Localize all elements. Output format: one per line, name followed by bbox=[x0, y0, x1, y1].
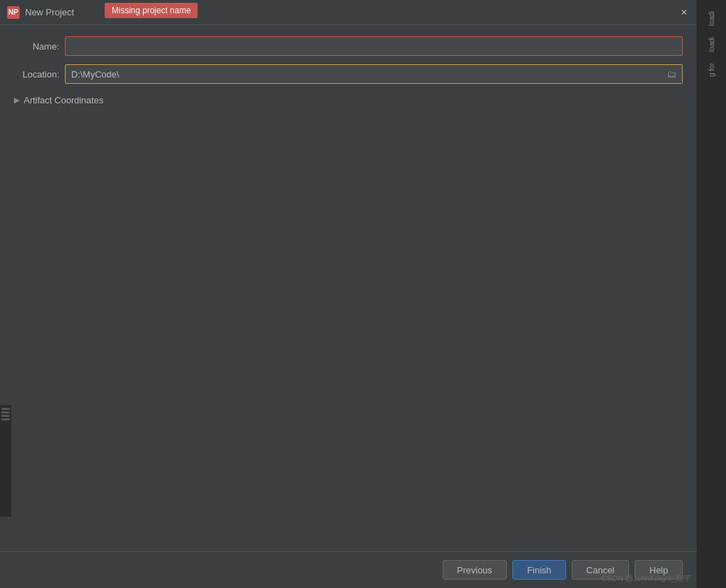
location-label: Location: bbox=[14, 69, 59, 80]
right-panel-item-2: loadi bbox=[706, 33, 717, 56]
artifact-label: Artifact Coordinates bbox=[24, 95, 103, 105]
previous-button[interactable]: Previous bbox=[443, 560, 508, 580]
name-input[interactable] bbox=[65, 36, 683, 56]
title-bar: NP New Project Missing project name × bbox=[0, 0, 697, 25]
artifact-coordinates-row[interactable]: ▶ Artifact Coordinates bbox=[14, 92, 683, 105]
browse-folder-button[interactable]: 🗂 bbox=[664, 66, 679, 82]
folder-icon: 🗂 bbox=[667, 68, 676, 80]
left-sidebar bbox=[0, 405, 11, 517]
location-row: Location: 🗂 bbox=[14, 64, 683, 84]
new-project-dialog: NP New Project Missing project name × Na… bbox=[0, 0, 697, 588]
right-panel: loadi loadi g for bbox=[697, 0, 726, 588]
watermark: CSDN @JohnKnight_翔宇 bbox=[601, 573, 691, 584]
dialog-content: Name: Location: 🗂 ▶ Artifact Coordinates bbox=[0, 25, 697, 551]
right-panel-item-1: loadi bbox=[706, 7, 717, 30]
name-row: Name: bbox=[14, 36, 683, 56]
artifact-chevron-icon: ▶ bbox=[14, 96, 20, 105]
app-icon: NP bbox=[7, 6, 20, 19]
finish-button[interactable]: Finish bbox=[512, 560, 566, 580]
location-input[interactable] bbox=[68, 69, 664, 80]
name-label: Name: bbox=[14, 41, 59, 52]
right-panel-item-3: g for bbox=[706, 59, 717, 81]
dialog-title: New Project bbox=[25, 7, 74, 17]
content-spacer bbox=[14, 114, 683, 540]
close-button[interactable]: × bbox=[677, 6, 691, 20]
error-tooltip: Missing project name bbox=[105, 3, 198, 18]
location-input-wrapper: 🗂 bbox=[65, 64, 683, 84]
dialog-footer: Previous Finish Cancel Help bbox=[0, 551, 697, 588]
